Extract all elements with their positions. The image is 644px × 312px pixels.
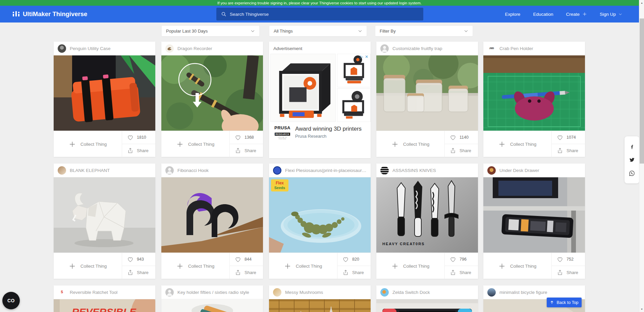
thing-avatar[interactable] (487, 288, 496, 297)
nav-link-explore[interactable]: Explore (505, 12, 521, 17)
thing-thumbnail[interactable] (376, 299, 478, 312)
thing-card-header[interactable]: Dragon Recorder (161, 42, 263, 55)
ad-banner[interactable]: ▷ ✕ (270, 54, 369, 122)
ad-close-icon[interactable]: ✕ (365, 55, 368, 59)
twitter-icon[interactable] (629, 157, 635, 163)
thing-thumbnail[interactable] (161, 299, 263, 312)
like-button[interactable]: 1074 (552, 131, 585, 144)
thing-title[interactable]: Dragon Recorder (177, 46, 212, 51)
ad-text-block[interactable]: PRUSA RESEARCH OFFICIAL 3D PRINTERS Awar… (269, 122, 371, 140)
thing-card-header[interactable]: Penguin Utility Case (54, 42, 155, 55)
thing-avatar[interactable] (273, 288, 281, 297)
thing-avatar[interactable] (165, 44, 174, 53)
thing-thumbnail[interactable]: Flex Seeds (269, 177, 371, 253)
collect-thing-button[interactable]: Collect Thing (483, 253, 552, 279)
back-to-top-button[interactable]: Back to Top (547, 298, 582, 307)
thing-card-header[interactable]: Under Desk Drawer (483, 164, 585, 177)
thing-card-header[interactable]: BLANK ELEPHANT (54, 164, 155, 177)
vertical-scrollbar[interactable]: ▲ ▼ (639, 0, 644, 312)
sort-dropdown[interactable]: Popular Last 30 Days (162, 26, 259, 36)
thing-card-header[interactable]: Fibonacci Hook (161, 164, 263, 177)
collect-thing-button[interactable]: Collect Thing (376, 131, 445, 157)
thing-title[interactable]: Customizable fruitfly trap (392, 46, 442, 51)
facebook-icon[interactable] (629, 144, 635, 150)
like-button[interactable]: 1140 (445, 131, 478, 144)
share-button[interactable]: Share (552, 144, 585, 157)
thing-title[interactable]: Crab Pen Holder (499, 46, 533, 51)
thing-avatar[interactable] (380, 166, 389, 175)
share-button[interactable]: Share (230, 266, 263, 279)
thing-card-header[interactable]: Key holder fifties / sixties radio style (161, 285, 263, 299)
thing-avatar[interactable] (380, 288, 389, 297)
filter-by-dropdown[interactable]: Filter By (375, 26, 473, 36)
thing-thumbnail[interactable] (54, 177, 155, 253)
like-button[interactable]: 844 (230, 253, 263, 266)
scrollbar-down-arrow[interactable]: ▼ (639, 307, 644, 312)
like-button[interactable]: 1368 (230, 131, 263, 144)
thing-card-header[interactable]: Messy Mushrooms (269, 285, 371, 299)
share-button[interactable]: Share (445, 266, 478, 279)
thing-thumbnail[interactable]: REVERSIBLE (54, 299, 155, 312)
thing-title[interactable]: Reversible Ratchet Tool (70, 290, 117, 295)
thing-avatar[interactable] (165, 288, 174, 297)
collect-thing-button[interactable]: Collect Thing (54, 253, 122, 279)
thing-avatar[interactable]: S (58, 288, 66, 297)
cookie-settings-button[interactable]: CO (2, 292, 20, 309)
share-button[interactable]: Share (122, 266, 155, 279)
thing-card-header[interactable]: ASSASSINS KNIVES (376, 164, 478, 177)
thing-thumbnail[interactable] (54, 55, 155, 131)
share-button[interactable]: Share (122, 144, 155, 157)
share-button[interactable]: Share (230, 144, 263, 157)
share-button[interactable]: Share (337, 266, 371, 279)
share-button[interactable]: Share (445, 144, 478, 157)
thing-thumbnail[interactable] (161, 177, 263, 253)
collect-thing-button[interactable]: Collect Thing (376, 253, 445, 279)
like-button[interactable]: 943 (122, 253, 155, 266)
ad-advertiser[interactable]: Prusa Research (295, 134, 362, 139)
share-button[interactable]: Share (552, 266, 585, 279)
thing-title[interactable]: ASSASSINS KNIVES (392, 168, 436, 173)
thing-title[interactable]: Zelda Switch Dock (392, 290, 430, 295)
nav-link-education[interactable]: Education (533, 12, 553, 17)
thing-thumbnail[interactable] (269, 299, 371, 312)
thing-card-header[interactable]: Zelda Switch Dock (376, 285, 478, 299)
thing-title[interactable]: BLANK ELEPHANT (70, 168, 110, 173)
search-input[interactable] (230, 12, 419, 17)
thing-title[interactable]: Flexi Plesiosaurus(print-in-placeiosauru… (285, 168, 367, 173)
like-button[interactable]: 820 (337, 253, 371, 266)
collect-thing-button[interactable]: Collect Thing (54, 131, 122, 157)
thing-avatar[interactable] (487, 166, 496, 175)
thing-title[interactable]: minimalist bicycle figure (499, 290, 547, 295)
thing-thumbnail[interactable] (161, 55, 263, 131)
collect-thing-button[interactable]: Collect Thing (483, 131, 552, 157)
thing-card-header[interactable]: Flexi Plesiosaurus(print-in-placeiosauru… (269, 164, 371, 177)
thing-title[interactable]: Fibonacci Hook (177, 168, 209, 173)
thing-title[interactable]: Under Desk Drawer (499, 168, 539, 173)
thing-avatar[interactable] (58, 166, 66, 175)
thing-avatar[interactable] (58, 44, 66, 53)
nav-link-sign-up[interactable]: Sign Up (600, 12, 622, 17)
collect-thing-button[interactable]: Collect Thing (161, 253, 230, 279)
like-button[interactable]: 796 (445, 253, 478, 266)
brand-logo[interactable]: UltiMaker Thingiverse (13, 6, 87, 23)
collect-thing-button[interactable]: Collect Thing (161, 131, 230, 157)
like-button[interactable]: 1810 (122, 131, 155, 144)
like-button[interactable]: 752 (552, 253, 585, 266)
ad-image-small-2[interactable] (337, 88, 371, 122)
whatsapp-icon[interactable] (629, 170, 635, 176)
thing-card-header[interactable]: J3D Crab Pen Holder (483, 42, 585, 55)
thing-card-header[interactable]: minimalist bicycle figure (483, 285, 585, 299)
thing-title[interactable]: Key holder fifties / sixties radio style (177, 290, 249, 295)
thing-thumbnail[interactable] (376, 55, 478, 131)
ad-image-main[interactable] (270, 54, 336, 122)
thing-avatar[interactable] (380, 44, 389, 53)
nav-link-create[interactable]: Create (566, 12, 587, 17)
scrollbar-up-arrow[interactable]: ▲ (639, 0, 644, 5)
thing-thumbnail[interactable]: HEAVY CREAT0RS (376, 177, 478, 253)
collect-thing-button[interactable]: Collect Thing (269, 253, 337, 279)
ad-headline[interactable]: Award winning 3D printers (295, 126, 362, 132)
scrollbar-thumb[interactable] (640, 18, 644, 164)
thing-card-header[interactable]: S Reversible Ratchet Tool (54, 285, 155, 299)
category-dropdown[interactable]: All Things (269, 26, 367, 36)
thing-avatar[interactable]: J3D (487, 44, 496, 53)
